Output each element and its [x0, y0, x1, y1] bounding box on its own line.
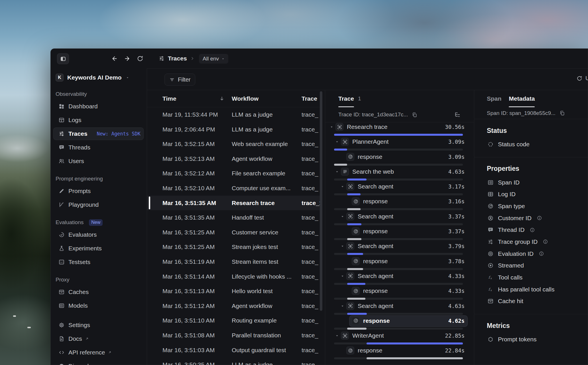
- caret-down-icon[interactable]: [330, 125, 333, 129]
- span-row-response[interactable]: response22.84s: [325, 346, 474, 361]
- sidebar-item-testsets[interactable]: (x)Testsets: [50, 255, 147, 269]
- copy-trace-id-icon[interactable]: [412, 112, 418, 118]
- sidebar-section-proxy[interactable]: Proxy: [56, 276, 142, 283]
- info-icon[interactable]: [543, 239, 548, 244]
- sidebar-item-api-reference[interactable]: API reference: [50, 346, 147, 359]
- tab-metadata[interactable]: Metadata: [509, 90, 535, 107]
- sidebar-item-traces[interactable]: TracesNew: Agents SDK: [50, 127, 147, 141]
- caret-down-icon[interactable]: [341, 244, 344, 248]
- sidebar-section-evaluations[interactable]: EvaluationsNew: [56, 219, 142, 226]
- sidebar-item-models[interactable]: Models: [50, 299, 147, 313]
- caret-down-icon[interactable]: [341, 304, 344, 308]
- span-row-response[interactable]: response3.16s: [325, 197, 474, 212]
- table-row[interactable]: Mar 16, 3:51:35 AMResearch tracetrace_1: [147, 196, 320, 210]
- table-row[interactable]: Mar 19, 11:53:44 PMLLM as a judgetrace_: [147, 107, 320, 122]
- breadcrumb[interactable]: Traces: [158, 48, 195, 68]
- sidebar-item-users[interactable]: Users: [50, 154, 147, 168]
- table-row[interactable]: Mar 16, 3:51:08 AMParallel translationtr…: [147, 328, 320, 343]
- span-row-search-agent[interactable]: Search agent3.17s: [325, 182, 474, 197]
- metadata-item-label: Has parallel tool calls: [498, 286, 554, 293]
- caches-icon: [58, 289, 65, 295]
- sidebar-item-settings[interactable]: Settings: [50, 318, 147, 332]
- info-icon[interactable]: [539, 251, 544, 256]
- span-row-planneragent[interactable]: PlannerAgent3.09s: [325, 137, 474, 152]
- scrollbar-thumb[interactable]: [320, 91, 322, 311]
- metadata-section-metrics[interactable]: Metrics: [487, 322, 588, 330]
- span-row-writeragent[interactable]: WriterAgent22.85s: [325, 331, 474, 346]
- sidebar-section-prompt-engineering[interactable]: Prompt engineering: [56, 175, 142, 182]
- sort-descending-icon[interactable]: [219, 96, 225, 102]
- sidebar-item-playground[interactable]: Playground: [50, 198, 147, 212]
- api-icon: [58, 349, 65, 356]
- sidebar-toggle-button[interactable]: [57, 53, 69, 64]
- caret-down-icon[interactable]: [335, 140, 339, 144]
- sidebar-item-dashboard[interactable]: Dashboard: [50, 100, 147, 113]
- sidebar-section-label: Observability: [56, 91, 87, 97]
- table-row[interactable]: Mar 16, 3:50:35 AMLLM as a judgetrace_: [147, 357, 320, 365]
- metadata-section-properties[interactable]: Properties: [487, 165, 588, 173]
- column-header-time[interactable]: Time: [162, 90, 176, 107]
- table-row[interactable]: Mar 16, 3:52:15 AMWeb search exampletrac…: [147, 137, 320, 151]
- table-row[interactable]: Mar 16, 3:51:10 AMRouting exampletrace_: [147, 313, 320, 328]
- sidebar-item-logs[interactable]: Logs: [50, 113, 147, 127]
- response-icon: [348, 154, 353, 159]
- table-row[interactable]: Mar 16, 3:51:25 AMCustomer servicetrace_: [147, 225, 320, 240]
- span-row-response[interactable]: response3.37s: [325, 227, 474, 242]
- caret-down-icon[interactable]: [341, 274, 344, 278]
- table-row[interactable]: Mar 16, 3:52:12 AMFile search exampletra…: [147, 166, 320, 181]
- caret-down-icon[interactable]: [341, 215, 344, 218]
- tree-collapse-icon[interactable]: [454, 111, 461, 118]
- table-row[interactable]: Mar 16, 3:51:12 AMAgent workflowtrace_: [147, 299, 320, 313]
- span-row-search-the-web[interactable]: Search the web4.63s: [325, 167, 474, 182]
- column-header-workflow[interactable]: Workflow: [232, 90, 259, 107]
- sidebar-item-discord[interactable]: Discord: [50, 359, 147, 365]
- filter-button[interactable]: Filter: [164, 74, 195, 86]
- span-row-search-agent[interactable]: Search agent3.37s: [325, 212, 474, 227]
- sidebar-item-docs[interactable]: Docs: [50, 332, 147, 346]
- span-row-search-agent[interactable]: Search agent3.79s: [325, 242, 474, 256]
- caret-down-icon[interactable]: [341, 185, 344, 188]
- span-row-search-agent[interactable]: Search agent4.33s: [325, 271, 474, 286]
- table-row[interactable]: Mar 16, 3:51:13 AMHello world testtrace_: [147, 284, 320, 299]
- update-button[interactable]: Up: [576, 75, 588, 82]
- table-scrollbar[interactable]: [320, 90, 322, 365]
- metadata-section-status[interactable]: Status: [487, 127, 588, 135]
- span-duration: 3.16s: [448, 197, 465, 205]
- refresh-icon[interactable]: [137, 55, 144, 62]
- back-arrow-icon[interactable]: [111, 55, 118, 62]
- sidebar-item-caches[interactable]: Caches: [50, 285, 147, 299]
- span-row-response[interactable]: response3.09s: [325, 152, 474, 167]
- table-row[interactable]: Mar 16, 3:52:13 AMAgent workflowtrace_: [147, 151, 320, 166]
- table-row[interactable]: Mar 16, 3:51:03 AMOutput guardrail testt…: [147, 343, 320, 358]
- info-icon[interactable]: [530, 227, 535, 233]
- column-header-trace[interactable]: Trace: [302, 90, 317, 107]
- table-row[interactable]: Mar 16, 3:51:19 AMStream items testtrace…: [147, 254, 320, 269]
- table-row[interactable]: Mar 16, 3:51:25 AMStream jokes testtrace…: [147, 240, 320, 254]
- table-row[interactable]: Mar 16, 3:51:14 AMLifecycle with hooks .…: [147, 269, 320, 284]
- caret-down-icon[interactable]: [335, 170, 339, 174]
- span-row-response[interactable]: response4.62s: [325, 316, 474, 331]
- sidebar-section-observability[interactable]: Observability: [56, 91, 142, 98]
- workspace-switcher[interactable]: K Keywords AI Demo: [50, 72, 147, 83]
- sidebar-item-prompts[interactable]: Prompts: [50, 184, 147, 198]
- span-type-chip: [335, 123, 343, 131]
- tab-trace[interactable]: Trace: [338, 90, 354, 107]
- tab-span[interactable]: Span: [487, 90, 501, 107]
- caret-down-icon[interactable]: [335, 334, 339, 338]
- table-row[interactable]: Mar 16, 3:52:10 AMComputer use exam...tr…: [147, 181, 320, 196]
- span-type-chip: [352, 257, 360, 265]
- table-row[interactable]: Mar 19, 2:06:44 PMLLM as a judgetrace_: [147, 122, 320, 137]
- sidebar-item-evaluators[interactable]: Evaluators: [50, 228, 147, 242]
- span-row-search-agent[interactable]: Search agent4.63s: [325, 301, 474, 316]
- sidebar-item-experiments[interactable]: Experiments: [50, 242, 147, 255]
- forward-arrow-icon[interactable]: [124, 55, 131, 62]
- env-selector[interactable]: All env: [199, 54, 228, 64]
- span-row-response[interactable]: response3.78s: [325, 257, 474, 271]
- info-icon[interactable]: [537, 215, 542, 221]
- sidebar-item-threads[interactable]: Threads: [50, 141, 147, 154]
- span-row-research-trace[interactable]: Research trace30.56s: [325, 122, 474, 137]
- copy-span-id-icon[interactable]: [559, 110, 565, 116]
- table-row[interactable]: Mar 16, 3:51:35 AMHandoff testtrace_: [147, 210, 320, 225]
- trace-panel: Trace 1 Trace ID: trace_1d3eac17c... Res…: [325, 90, 474, 365]
- span-row-response[interactable]: response4.33s: [325, 286, 474, 301]
